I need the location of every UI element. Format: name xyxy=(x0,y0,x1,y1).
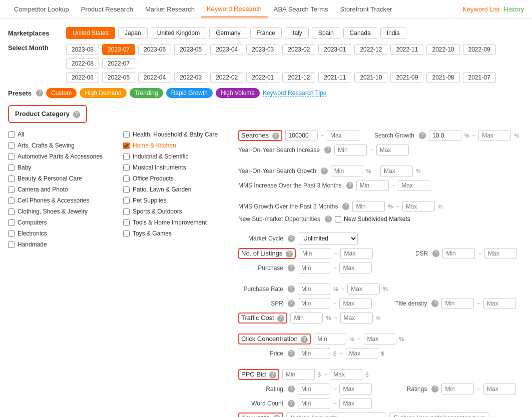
cat-beauty-checkbox[interactable] xyxy=(8,176,15,182)
word-count-info-icon[interactable]: ? xyxy=(288,400,295,407)
cat-industrial-label[interactable]: Industrial & Scientific xyxy=(133,153,188,160)
cat-musical-label[interactable]: Musical Instruments xyxy=(133,164,186,171)
spr-max[interactable] xyxy=(339,298,372,309)
cat-electronics-checkbox[interactable] xyxy=(8,230,15,237)
cat-home-label[interactable]: Home & Kitchen xyxy=(133,142,176,149)
yoy-increase-max[interactable] xyxy=(376,144,409,156)
marketplace-canada[interactable]: Canada xyxy=(343,27,377,39)
mms-growth-min[interactable] xyxy=(352,201,385,212)
cat-computers-checkbox[interactable] xyxy=(8,220,15,226)
nav-keyword-list[interactable]: Keyword List xyxy=(462,6,499,13)
search-growth-info-icon[interactable]: ? xyxy=(419,132,426,139)
cat-musical-checkbox[interactable] xyxy=(123,164,130,171)
month-2022-04[interactable]: 2022-04 xyxy=(138,72,171,83)
preset-tips-link[interactable]: Keyword Research Tips xyxy=(263,90,326,97)
cat-computers-label[interactable]: Computers xyxy=(18,219,47,226)
month-2021-11[interactable]: 2021-11 xyxy=(318,72,351,83)
cat-arts-checkbox[interactable] xyxy=(8,142,15,149)
marketplace-france[interactable]: France xyxy=(250,27,282,39)
nav-competitor-lookup[interactable]: Competitor Lookup xyxy=(8,2,75,17)
ppc-bid-info-icon[interactable]: ? xyxy=(269,372,276,378)
search-growth-max-input[interactable] xyxy=(478,130,511,141)
purchase-info-icon[interactable]: ? xyxy=(288,264,295,272)
click-concentration-info-icon[interactable]: ? xyxy=(301,336,308,343)
month-2021-08[interactable]: 2021-08 xyxy=(426,72,459,83)
preset-custom[interactable]: Custom xyxy=(46,88,77,98)
searches-min-input[interactable] xyxy=(285,130,318,141)
marketplace-germany[interactable]: Germany xyxy=(209,27,247,39)
ppc-bid-max[interactable] xyxy=(330,369,362,380)
preset-rapidgrowth[interactable]: Rapid Growth xyxy=(166,88,213,98)
cat-toys-checkbox[interactable] xyxy=(123,230,130,237)
cat-pet-label[interactable]: Pet Supplies xyxy=(133,197,166,204)
cat-auto-checkbox[interactable] xyxy=(8,154,15,160)
cat-patio-checkbox[interactable] xyxy=(123,186,130,193)
purchase-min[interactable] xyxy=(298,262,330,274)
spr-min[interactable] xyxy=(298,298,330,309)
dsr-min[interactable] xyxy=(442,248,475,259)
preset-trending[interactable]: Trending xyxy=(130,88,163,98)
month-2021-07[interactable]: 2021-07 xyxy=(463,72,496,83)
cat-camera-label[interactable]: Camera and Photo xyxy=(18,186,68,193)
cat-patio-label[interactable]: Patio, Lawn & Garden xyxy=(133,186,191,193)
rating-info-icon[interactable]: ? xyxy=(288,386,295,392)
nav-keyword-research[interactable]: Keyword Research xyxy=(201,1,268,18)
cat-office-checkbox[interactable] xyxy=(123,176,130,182)
word-count-max[interactable] xyxy=(339,398,372,409)
month-2022-06[interactable]: 2022-06 xyxy=(66,72,99,83)
price-min[interactable] xyxy=(298,348,330,359)
nav-product-research[interactable]: Product Research xyxy=(75,2,139,17)
cat-sports-checkbox[interactable] xyxy=(123,208,130,215)
marketplace-spain[interactable]: Spain xyxy=(312,27,340,39)
nav-aba-search[interactable]: ABA Search Terms xyxy=(268,2,334,17)
click-concentration-max[interactable] xyxy=(364,334,396,344)
month-2021-10[interactable]: 2021-10 xyxy=(354,72,387,83)
nav-storefront[interactable]: Storefront Tracker xyxy=(334,2,398,17)
cat-handmade-checkbox[interactable] xyxy=(8,242,15,248)
mms-increase-max[interactable] xyxy=(398,180,430,191)
marketplace-us[interactable]: United States xyxy=(66,27,115,39)
spr-info-icon[interactable]: ? xyxy=(288,300,295,307)
title-density-info-icon[interactable]: ? xyxy=(431,300,438,307)
cat-all-checkbox[interactable] xyxy=(8,132,15,138)
cat-tools-label[interactable]: Tools & Home Improvement xyxy=(133,219,207,226)
marketplace-india[interactable]: India xyxy=(380,27,406,39)
click-concentration-min[interactable] xyxy=(314,334,346,344)
keywords-exclude-input[interactable] xyxy=(389,412,489,417)
word-count-min[interactable] xyxy=(298,398,330,409)
mms-increase-info-icon[interactable]: ? xyxy=(346,182,353,189)
month-2022-02[interactable]: 2022-02 xyxy=(210,72,243,83)
cat-sports-label[interactable]: Sports & Outdoors xyxy=(133,208,182,215)
dsr-info-icon[interactable]: ? xyxy=(432,250,439,257)
no-listings-max[interactable] xyxy=(340,248,373,259)
ppc-bid-min[interactable] xyxy=(282,369,315,380)
ratings-max[interactable] xyxy=(483,384,516,394)
preset-highvolume[interactable]: High Volume xyxy=(216,88,260,98)
month-2022-01[interactable]: 2022-01 xyxy=(246,72,279,83)
month-2022-12[interactable]: 2022-12 xyxy=(354,44,387,55)
nav-market-research[interactable]: Market Research xyxy=(139,2,201,17)
cat-tools-checkbox[interactable] xyxy=(123,220,130,226)
cat-handmade-label[interactable]: Handmade xyxy=(18,241,47,248)
cat-toys-label[interactable]: Toys & Games xyxy=(133,230,172,237)
mms-growth-info-icon[interactable]: ? xyxy=(342,203,349,210)
price-info-icon[interactable]: ? xyxy=(288,350,295,357)
title-density-max[interactable] xyxy=(483,298,516,309)
no-listings-min[interactable] xyxy=(299,248,331,259)
cat-clothing-label[interactable]: Clothing, Shoes & Jewelry xyxy=(18,208,88,215)
marketplace-japan[interactable]: Japan xyxy=(118,27,148,39)
cat-home-checkbox[interactable] xyxy=(123,142,130,149)
marketplace-italy[interactable]: Italy xyxy=(285,27,309,39)
cat-pet-checkbox[interactable] xyxy=(123,198,130,204)
new-subdivided-label[interactable]: New Subdivided Markets xyxy=(344,216,410,222)
new-subdivided-checkbox[interactable] xyxy=(335,216,341,222)
month-2021-12[interactable]: 2021-12 xyxy=(282,72,315,83)
new-submarket-info-icon[interactable]: ? xyxy=(325,216,332,222)
ratings-min[interactable] xyxy=(441,384,474,394)
cat-industrial-checkbox[interactable] xyxy=(123,154,130,160)
rating-max[interactable] xyxy=(339,384,372,394)
month-2022-10[interactable]: 2022-10 xyxy=(426,44,459,55)
purchase-rate-min[interactable] xyxy=(298,284,330,294)
month-2022-11[interactable]: 2022-11 xyxy=(390,44,423,55)
cat-cellphones-checkbox[interactable] xyxy=(8,198,15,204)
